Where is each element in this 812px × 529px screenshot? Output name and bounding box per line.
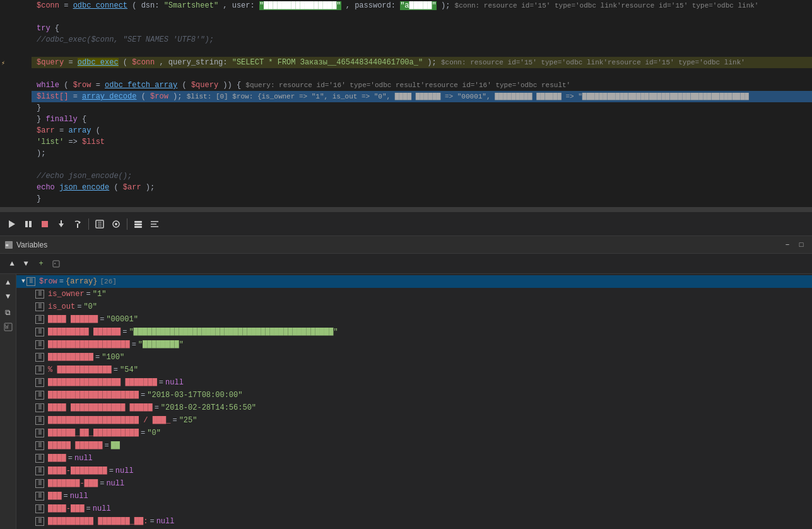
nav-copy-button[interactable]: ⧉ <box>2 307 15 319</box>
code-token: ( <box>141 92 146 101</box>
code-scrollbar[interactable] <box>0 207 812 208</box>
code-token: $arr <box>123 183 141 192</box>
nav-arrows: ▲ ▼ ⧉ W <box>0 274 16 529</box>
pause-button[interactable] <box>21 217 35 231</box>
gutter-line <box>0 125 26 136</box>
code-scrollbar-thumb[interactable] <box>0 207 126 208</box>
var-type-icon: ≣ <box>35 315 44 324</box>
variable-item[interactable]: ≣ ████ ████████████ █████ = "2018-02-28T… <box>16 401 812 414</box>
var-value: "1" <box>93 288 107 300</box>
add-var-button[interactable]: + <box>34 257 48 271</box>
code-token: $query <box>37 58 64 67</box>
step-over-button[interactable] <box>71 217 85 231</box>
gutter-line <box>0 159 26 170</box>
variable-item[interactable]: ≣ ██████_██_██████████ = "0" <box>16 427 812 439</box>
stack-button[interactable] <box>131 217 145 231</box>
gutter-line <box>0 148 26 159</box>
expand-icon[interactable]: ▼ <box>21 275 25 288</box>
nav-down-button[interactable]: ▼ <box>2 290 15 303</box>
var-equals: = <box>132 338 136 351</box>
var-equals: = <box>141 427 145 439</box>
var-equals: = <box>104 439 109 452</box>
format-button[interactable] <box>148 217 162 231</box>
code-line <box>32 11 812 23</box>
var-name: ████ ████████████ █████ <box>48 401 153 414</box>
stop-button[interactable] <box>38 217 52 231</box>
variable-item[interactable]: ≣ % ████████████ = "54" <box>16 364 812 376</box>
panel-minimize-button[interactable]: − <box>782 239 793 251</box>
variable-item[interactable]: ≣ ██████████ = "100" <box>16 351 812 364</box>
variables-panel: ≡ Variables − □ ▲ ▼ + • ▲ ▼ <box>0 236 812 529</box>
var-root-name: $row <box>39 275 57 288</box>
var-equals: = <box>122 326 127 338</box>
gutter-line <box>0 68 26 80</box>
var-down-button[interactable]: ▼ <box>19 257 33 271</box>
variable-item[interactable]: ≣ █████ ██████ = ██ <box>16 439 812 452</box>
code-line: try { <box>32 23 812 34</box>
var-type-icon: ≣ <box>35 416 44 425</box>
variable-item[interactable]: ≣ ████████████████████ = "2018-03-17T08:… <box>16 389 812 401</box>
var-value: null <box>115 465 134 477</box>
code-token: )) { <box>223 81 245 90</box>
variable-item[interactable]: ≣ ████████████████ ███████ = null <box>16 376 812 389</box>
var-equals: = <box>109 465 114 477</box>
var-type-icon: ≣ <box>35 504 44 513</box>
variable-root-item[interactable]: ▼ ≣ $row = {array} [26] <box>16 275 812 288</box>
variable-item[interactable]: ≣ ████-███ = null <box>16 502 812 515</box>
var-type-icon: ≣ <box>35 340 44 349</box>
var-value: null <box>93 502 111 515</box>
panel-maximize-button[interactable]: □ <box>796 239 807 251</box>
bottom-section: ≡ Variables − □ ▲ ▼ + • ▲ ▼ <box>0 236 812 529</box>
code-token: $conn <box>37 1 59 10</box>
var-value: null <box>156 515 175 528</box>
breakpoints-button[interactable] <box>93 217 107 231</box>
resume-button[interactable] <box>5 217 19 231</box>
variable-item[interactable]: ≣ ███████-███ = null <box>16 477 812 490</box>
variable-item[interactable]: ≣ ██████████████████ = "████████" <box>16 338 812 351</box>
code-line: } <box>32 193 812 205</box>
svg-rect-16 <box>134 226 142 228</box>
code-line: $conn = odbc_connect ( dsn: "Smartsheet"… <box>32 0 812 11</box>
variable-item[interactable]: ≣ ████ = null <box>16 452 812 465</box>
nav-watch-button[interactable]: W <box>2 321 15 333</box>
code-token: } <box>37 104 41 112</box>
profile-button[interactable] <box>109 217 123 231</box>
var-up-button[interactable]: ▲ <box>5 257 19 271</box>
warning-icon: ⚡ <box>1 58 5 69</box>
var-name: ████-████████ <box>48 465 107 477</box>
gutter-line <box>0 136 26 148</box>
code-token: $row <box>150 92 168 101</box>
code-token: } <box>37 115 45 124</box>
var-type-icon: ≣ <box>35 467 44 475</box>
code-line: //echo json_encode(); <box>32 170 812 182</box>
variable-item[interactable]: ≣ ████████████████████ / ███_ = "25" <box>16 414 812 427</box>
svg-marker-5 <box>59 223 64 227</box>
code-token: = <box>68 58 77 67</box>
step-into-button[interactable] <box>54 217 68 231</box>
code-token: while <box>37 81 59 90</box>
step-nav: ▲ ▼ <box>5 257 33 271</box>
variable-item[interactable]: ≣ is_out = "0" <box>16 300 812 313</box>
var-equals: = <box>100 313 104 326</box>
code-content[interactable]: $conn = odbc_connect ( dsn: "Smartsheet"… <box>32 0 812 207</box>
var-name: is_out <box>48 300 75 313</box>
nav-up-button[interactable]: ▲ <box>2 276 15 289</box>
var-equals: = <box>95 351 100 364</box>
var-list-button[interactable]: • <box>49 257 63 271</box>
code-token: $row <box>73 81 91 90</box>
code-line: } finally { <box>32 114 812 125</box>
code-token: ); <box>37 149 45 158</box>
var-equals: = <box>59 275 64 288</box>
variable-item[interactable]: ≣ ████-████████ = null <box>16 465 812 477</box>
variables-list[interactable]: ▼ ≣ $row = {array} [26] ≣ is_owner = "1"… <box>16 274 812 529</box>
variable-item[interactable]: ≣ ████ ██████ = "00001" <box>16 313 812 326</box>
code-token: odbc_connect <box>73 1 127 10</box>
variable-item[interactable]: ≣ is_owner = "1" <box>16 288 812 300</box>
code-line: 'list' => $list <box>32 136 812 148</box>
var-name: is_owner <box>48 288 85 300</box>
var-type-icon: ≣ <box>35 302 44 311</box>
copy-icon[interactable]: ⧉ <box>2 307 15 319</box>
variable-item[interactable]: ≣ ███ = null <box>16 490 812 502</box>
variable-item[interactable]: ≣ ██████████ ███████_██: = null <box>16 515 812 528</box>
variable-item[interactable]: ≣ █████████ ██████ = "██████████████████… <box>16 326 812 338</box>
